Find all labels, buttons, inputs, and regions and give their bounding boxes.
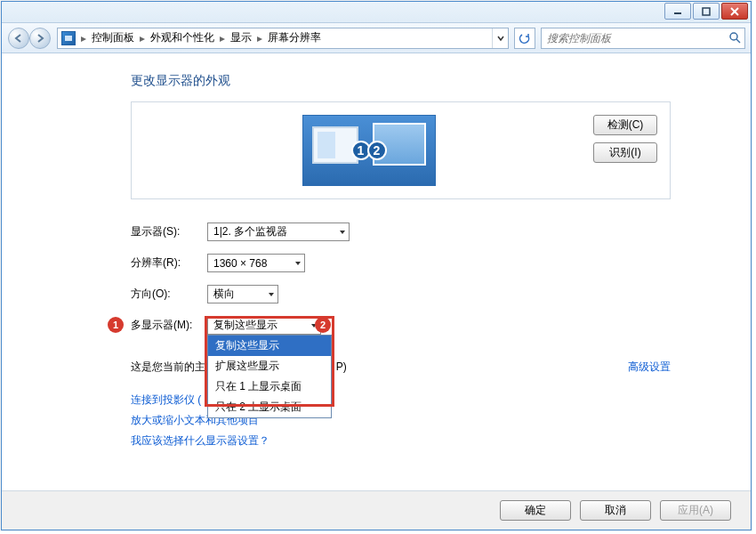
nav-buttons [7,27,52,50]
chevron-right-icon: ▸ [79,32,88,44]
multi-option-extend[interactable]: 扩展这些显示 [208,356,331,376]
search-input[interactable] [545,31,741,45]
footer-button-bar: 确定 取消 应用(A) [2,490,751,530]
maximize-icon [702,7,711,16]
breadcrumb-dropdown[interactable] [492,28,508,48]
projector-link[interactable]: 连接到投影仪 ( [131,393,201,406]
multi-display-select-value: 复制这些显示 [213,318,277,333]
breadcrumb[interactable]: ▸ 控制面板 ▸ 外观和个性化 ▸ 显示 ▸ 屏幕分辨率 [57,28,509,49]
breadcrumb-item-control-panel[interactable]: 控制面板 [88,30,138,45]
resolution-label: 分辨率(R): [131,255,207,271]
chevron-right-icon: ▸ [255,32,264,44]
chevron-right-icon: ▸ [218,32,227,44]
refresh-icon [519,32,531,44]
breadcrumb-item-resolution[interactable]: 屏幕分辨率 [264,30,325,45]
orientation-select[interactable]: 横向 [207,285,278,303]
chevron-right-icon: ▸ [138,32,147,44]
display-label: 显示器(S): [131,224,207,239]
forward-icon [35,33,45,44]
monitor-number-badge: 1 2 [353,141,385,160]
annotation-marker-1: 1 [108,317,124,333]
close-icon [730,7,739,16]
navbar: ▸ 控制面板 ▸ 外观和个性化 ▸ 显示 ▸ 屏幕分辨率 [2,23,751,53]
window-frame: ▸ 控制面板 ▸ 外观和个性化 ▸ 显示 ▸ 屏幕分辨率 更改显示器的外观 [1,1,752,530]
chevron-down-icon [294,257,302,270]
monitor-1-thumb[interactable] [312,126,358,164]
which-display-link[interactable]: 我应该选择什么显示器设置？ [131,434,269,447]
orientation-select-value: 横向 [213,287,235,302]
advanced-settings-link[interactable]: 高级设置 [628,360,671,375]
refresh-button[interactable] [514,28,535,49]
annotation-marker-2: 2 [315,317,331,333]
monitor-thumbnails: 1 2 [302,115,436,186]
breadcrumb-item-display[interactable]: 显示 [227,30,255,45]
search-icon [728,31,741,46]
multi-display-select[interactable]: 复制这些显示 [207,316,321,335]
multi-option-duplicate[interactable]: 复制这些显示 [208,336,331,356]
page-title: 更改显示器的外观 [131,73,671,89]
multi-option-only-2[interactable]: 只在 2 上显示桌面 [208,397,331,417]
row-orientation: 方向(O): 横向 [131,285,671,303]
close-button[interactable] [721,3,748,20]
resolution-select-value: 1360 × 768 [213,257,267,270]
titlebar [2,2,751,23]
multi-option-only-1[interactable]: 只在 1 上显示桌面 [208,376,331,397]
minimize-icon [673,7,682,16]
monitor-badge-2: 2 [367,141,387,160]
window-controls [664,3,748,20]
display-select-value: 1|2. 多个监视器 [213,224,287,239]
chevron-down-icon [339,226,346,239]
main-display-text-suffix: P) [336,360,347,373]
identify-button[interactable]: 识别(I) [593,142,657,163]
forward-button[interactable] [29,28,51,49]
minimize-button[interactable] [664,3,691,20]
maximize-button[interactable] [693,3,720,20]
multi-display-dropdown[interactable]: 复制这些显示 扩展这些显示 只在 1 上显示桌面 只在 2 上显示桌面 [207,335,332,418]
back-icon [13,33,24,44]
svg-line-5 [736,39,740,43]
multi-display-label: 多显示器(M): [131,318,207,333]
cancel-button[interactable]: 取消 [580,500,651,521]
main-display-text-prefix: 这是您当前的主 [131,360,205,373]
svg-rect-1 [703,8,710,15]
row-resolution: 分辨率(R): 1360 × 768 [131,254,671,272]
apply-button[interactable]: 应用(A) [660,500,731,521]
monitor-preview[interactable]: 1 2 [144,115,593,186]
orientation-label: 方向(O): [131,287,207,302]
chevron-down-icon [268,288,275,301]
svg-point-4 [730,33,737,40]
row-multi-display: 多显示器(M): 复制这些显示 1 2 复制这些显示 扩展这些显示 只在 1 上… [131,316,671,335]
resolution-select[interactable]: 1360 × 768 [207,254,305,272]
ok-button[interactable]: 确定 [500,500,571,521]
search-box[interactable] [541,28,745,49]
content-area: 更改显示器的外观 1 2 检测(C) 识别(I) 显示器(S): [2,53,751,490]
preview-side-buttons: 检测(C) 识别(I) [593,115,657,163]
control-panel-icon [61,31,76,45]
display-select[interactable]: 1|2. 多个监视器 [207,222,350,241]
row-display: 显示器(S): 1|2. 多个监视器 [131,222,671,241]
display-preview-panel: 1 2 检测(C) 识别(I) [131,101,671,199]
back-button[interactable] [8,28,29,49]
breadcrumb-item-appearance[interactable]: 外观和个性化 [147,30,218,45]
chevron-down-icon [497,35,504,42]
detect-button[interactable]: 检测(C) [593,115,657,135]
